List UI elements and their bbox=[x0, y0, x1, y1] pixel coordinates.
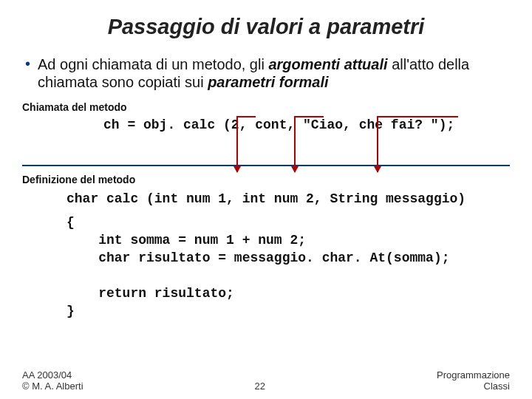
code-def-body: { int somma = num 1 + num 2; char risult… bbox=[66, 214, 510, 320]
bullet-em2: parametri formali bbox=[208, 74, 328, 90]
footer-topic2: Classi bbox=[437, 381, 510, 392]
footer: AA 2003/04 © M. A. Alberti 22 Programmaz… bbox=[22, 369, 510, 392]
slide-title: Passaggio di valori a parametri bbox=[22, 15, 510, 39]
bullet-text: Ad ogni chiamata di un metodo, gli argom… bbox=[38, 55, 507, 91]
arrow-icon bbox=[236, 116, 238, 172]
bullet-dot-icon: • bbox=[25, 55, 30, 72]
footer-year: AA 2003/04 bbox=[22, 369, 83, 381]
footer-right: Programmazione Classi bbox=[437, 369, 510, 392]
arrow-icon bbox=[377, 116, 378, 172]
bullet-pre: Ad ogni chiamata di un metodo, gli bbox=[38, 56, 268, 72]
footer-page: 22 bbox=[255, 381, 265, 392]
code-def-signature: char calc (int num 1, int num 2, String … bbox=[66, 191, 510, 206]
footer-topic1: Programmazione bbox=[437, 369, 510, 381]
label-call: Chiamata del metodo bbox=[22, 101, 510, 113]
bullet-item: • Ad ogni chiamata di un metodo, gli arg… bbox=[22, 55, 510, 91]
footer-author: © M. A. Alberti bbox=[22, 381, 83, 392]
arrow-icon bbox=[294, 116, 296, 172]
code-call-line: ch = obj. calc (2, cont, "Ciao, che fai?… bbox=[103, 117, 510, 132]
footer-left: AA 2003/04 © M. A. Alberti bbox=[22, 369, 83, 392]
label-def: Definizione del metodo bbox=[22, 174, 510, 185]
divider bbox=[22, 165, 510, 166]
bullet-em1: argomenti attuali bbox=[268, 56, 387, 72]
arrow-diagram bbox=[22, 132, 510, 165]
